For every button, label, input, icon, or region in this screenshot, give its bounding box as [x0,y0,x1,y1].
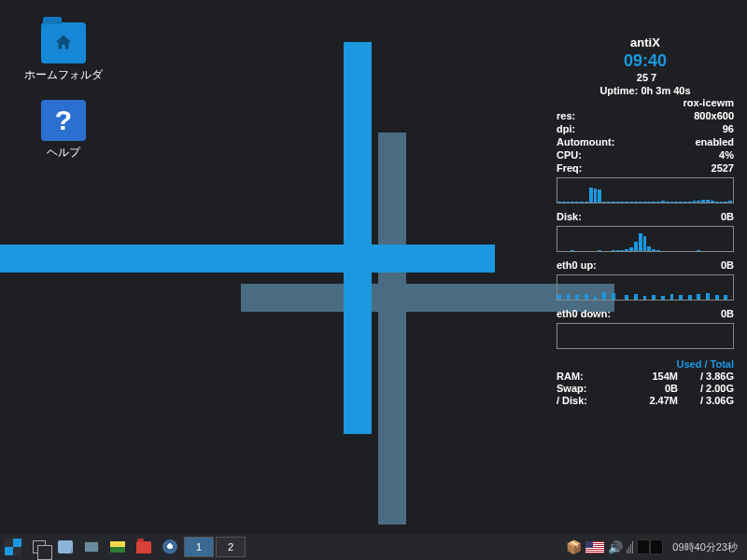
browser-icon [162,539,177,554]
signal-icon [627,540,633,553]
label-disk: Disk: [557,211,582,222]
app-menu-button[interactable] [2,536,24,558]
value-eth-down: 0B [721,308,734,319]
value-res: 747x560 [694,110,734,121]
mem-header: Used / Total [557,358,734,370]
value-dpi: 96 [723,123,734,134]
terminal-launcher[interactable] [106,536,129,558]
label-swap: Swap: [557,383,607,394]
keyboard-layout-tray[interactable] [585,538,604,556]
folder-red-icon [136,541,151,553]
desktop-icon-help[interactable]: ? ヘルプ [19,100,108,161]
network-tray[interactable] [627,538,633,556]
cpu-monitor-tray[interactable] [637,538,663,556]
windows-icon [33,540,46,553]
us-flag-icon [585,541,604,553]
label-freq: Freq: [557,162,583,174]
folder-icon [41,22,86,63]
eth-down-graph [557,323,734,349]
label-eth-up: eth0 up: [557,259,597,271]
label-dpi: dpi: [557,123,575,134]
cpu-graph [557,177,734,203]
terminal-icon [110,541,125,553]
label-eth-down: eth0 down: [557,308,611,319]
conky-date: ￼ 25 7￼ [557,72,734,84]
window-list-button[interactable] [28,536,50,558]
value-swap-total: / 2.00G [678,383,734,394]
conky-wm: rox-icewm [557,97,734,108]
menu-icon [5,539,21,555]
taskbar: 1 2 📦 🔊 09時40分23秒 [0,534,747,560]
files-launcher[interactable] [133,536,155,558]
system-tray: 📦 🔊 09時40分23秒 [566,538,743,556]
label-rootdisk: / Disk: [557,395,607,406]
value-freq: 2527 [712,162,734,174]
conky-title: antiX [557,35,734,49]
volume-tray[interactable]: 🔊 [608,538,623,556]
label-res: res: [557,110,575,121]
browser-launcher[interactable] [159,536,181,558]
desktop-icon-home-folder[interactable]: ホームフォルダ [19,22,108,83]
desktop-icon-label: ヘルプ [19,145,108,161]
workspace-2-button[interactable]: 2 [216,537,246,557]
value-cpu: 4% [719,149,734,161]
value-ram-total: / 3.86G [678,371,734,382]
package-updater-tray[interactable]: 📦 [566,538,582,556]
conky-uptime: Uptime: 0h 3m 40s [557,85,734,96]
value-rootdisk-used: 2.47M [607,395,678,406]
value-rootdisk-total: / 3.06G [678,395,734,406]
conky-panel: antiX 09:40 ￼ 25 7￼ Uptime: 0h 3m 40s ro… [557,35,734,406]
conky-clock: 09:40 [557,51,734,71]
workspace-label: 2 [228,541,233,553]
label-automount: Automount: [557,136,614,147]
value-disk: 0B [721,211,734,222]
file-manager-icon [58,540,73,553]
desktop-icon [84,541,99,553]
value-automount: enabled [695,136,734,147]
help-icon: ? [41,100,86,141]
taskbar-clock[interactable]: 09時40分23秒 [667,540,743,554]
eth-up-graph [557,274,734,301]
value-eth-up: 0B [721,259,734,271]
disk-graph [557,226,734,252]
label-cpu: CPU: [557,149,582,161]
file-manager-launcher[interactable] [54,536,77,558]
label-ram: RAM: [557,371,607,382]
desktop-icon-label: ホームフォルダ [19,67,108,83]
show-desktop-button[interactable] [80,536,103,558]
workspace-label: 1 [196,541,202,553]
workspace-1-button[interactable]: 1 [184,537,214,557]
value-swap-used: 0B [607,383,678,394]
value-ram-used: 154M [607,371,678,382]
